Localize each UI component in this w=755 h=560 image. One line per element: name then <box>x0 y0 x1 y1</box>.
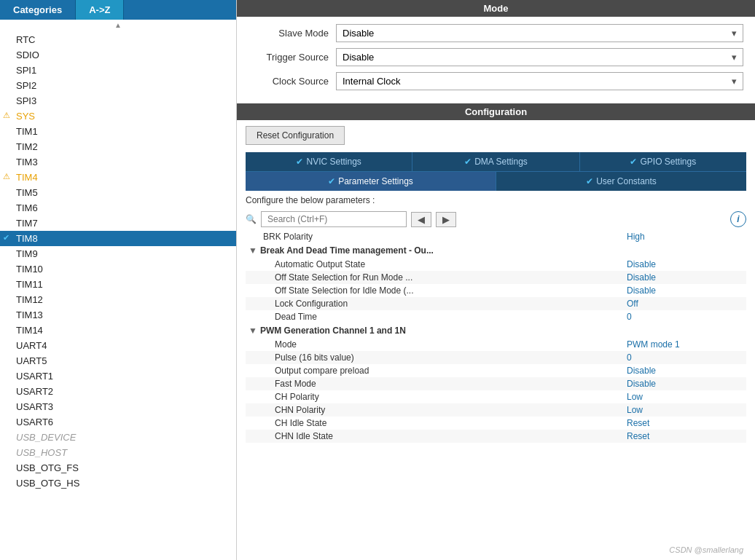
next-nav-button[interactable]: ▶ <box>436 212 456 227</box>
sidebar-item[interactable]: TIM1 <box>0 124 236 139</box>
slave-mode-select[interactable]: Disable ▾ <box>336 24 743 42</box>
group-arrow-icon: ▼ <box>249 245 257 256</box>
param-value: Reset <box>627 418 743 428</box>
sidebar-item[interactable]: TIM13 <box>0 307 236 323</box>
sidebar-item[interactable]: UART4 <box>0 338 236 353</box>
param-value: Off <box>627 299 743 309</box>
param-value: Low <box>627 405 743 415</box>
slave-mode-value: Disable <box>343 28 374 39</box>
clock-source-row: Clock Source Internal Clock ▾ <box>249 72 743 90</box>
sidebar-item[interactable]: USB_OTG_FS <box>0 460 236 476</box>
param-name: Automatic Output State <box>249 259 627 269</box>
param-name: Off State Selection for Idle Mode (... <box>249 285 627 296</box>
config-section: Configuration Reset Configuration ✔NVIC … <box>237 103 755 560</box>
param-name: CHN Idle State <box>249 431 627 441</box>
search-input[interactable] <box>261 211 407 227</box>
sidebar-item[interactable]: USART1 <box>0 368 236 384</box>
param-group[interactable]: ▼Break And Dead Time management - Ou... <box>246 243 746 258</box>
tab-item[interactable]: ✔NVIC Settings <box>246 152 412 171</box>
tabs-row1: ✔NVIC Settings✔DMA Settings✔GPIO Setting… <box>246 152 746 171</box>
param-name: CH Polarity <box>249 392 627 402</box>
param-name: BRK Polarity <box>249 232 627 242</box>
sidebar-item[interactable]: USB_OTG_HS <box>0 476 236 491</box>
sidebar-item[interactable]: SPI2 <box>0 78 236 93</box>
sidebar-item[interactable]: USART6 <box>0 414 236 430</box>
param-row: CHN Idle StateReset <box>246 430 746 443</box>
reset-config-button[interactable]: Reset Configuration <box>246 126 345 145</box>
trigger-source-value: Disable <box>343 52 374 63</box>
param-name: Output compare preload <box>249 366 627 376</box>
sidebar-item[interactable]: TIM11 <box>0 277 236 292</box>
sidebar-item[interactable]: SDIO <box>0 47 236 63</box>
trigger-source-arrow: ▾ <box>732 52 737 63</box>
param-row: Off State Selection for Run Mode ...Disa… <box>246 271 746 284</box>
sidebar-item[interactable]: USART3 <box>0 399 236 414</box>
tabs-row2: ✔Parameter Settings✔User Constants <box>246 171 746 191</box>
sidebar-tabs: Categories A->Z <box>0 0 236 20</box>
clock-source-label: Clock Source <box>249 76 336 87</box>
sidebar-item[interactable]: RTC <box>0 32 236 47</box>
param-row: BRK PolarityHigh <box>246 230 746 243</box>
sidebar-item[interactable]: TIM9 <box>0 246 236 261</box>
sidebar-item[interactable]: SPI1 <box>0 63 236 78</box>
param-value: Disable <box>627 379 743 389</box>
tab-item[interactable]: ✔User Constants <box>496 172 746 191</box>
tab-item[interactable]: ✔DMA Settings <box>412 152 579 171</box>
tab-az[interactable]: A->Z <box>76 0 124 20</box>
tab-check-icon: ✔ <box>464 157 472 167</box>
param-value: Disable <box>627 285 743 296</box>
prev-nav-button[interactable]: ◀ <box>411 212 431 227</box>
param-name: CHN Polarity <box>249 405 627 415</box>
sidebar-item[interactable]: SYS <box>0 109 236 124</box>
group-label: PWM Generation Channel 1 and 1N <box>260 326 406 336</box>
sidebar-item[interactable]: TIM14 <box>0 323 236 338</box>
tab-item[interactable]: ✔Parameter Settings <box>246 172 496 191</box>
search-row: 🔍 ◀ ▶ i <box>246 208 746 230</box>
sidebar-item[interactable]: TIM4 <box>0 170 236 185</box>
param-name: Pulse (16 bits value) <box>249 352 627 363</box>
tab-categories[interactable]: Categories <box>0 0 76 20</box>
search-icon: 🔍 <box>246 214 257 224</box>
param-row: Pulse (16 bits value)0 <box>246 351 746 364</box>
param-value: Reset <box>627 431 743 441</box>
sidebar-item[interactable]: TIM12 <box>0 292 236 307</box>
tab-item[interactable]: ✔GPIO Settings <box>580 152 746 171</box>
sidebar-item[interactable]: USART2 <box>0 384 236 399</box>
sidebar-item[interactable]: TIM6 <box>0 200 236 216</box>
tab-check-icon: ✔ <box>328 176 335 186</box>
sidebar-item[interactable]: USB_DEVICE <box>0 430 236 445</box>
params-container: BRK PolarityHigh▼Break And Dead Time man… <box>246 230 746 554</box>
param-row: CH PolarityLow <box>246 390 746 403</box>
param-group[interactable]: ▼PWM Generation Channel 1 and 1N <box>246 323 746 338</box>
param-value: Disable <box>627 366 743 376</box>
clock-source-value: Internal Clock <box>343 76 400 87</box>
clock-source-select[interactable]: Internal Clock ▾ <box>336 72 743 90</box>
sidebar-item[interactable]: TIM5 <box>0 185 236 200</box>
slave-mode-label: Slave Mode <box>249 28 336 39</box>
param-value: High <box>627 232 743 242</box>
sidebar-item[interactable]: TIM7 <box>0 216 236 231</box>
param-name: Fast Mode <box>249 379 627 389</box>
group-label: Break And Dead Time management - Ou... <box>260 245 434 256</box>
trigger-source-label: Trigger Source <box>249 52 336 63</box>
sidebar-item[interactable]: USB_HOST <box>0 445 236 460</box>
param-row: Fast ModeDisable <box>246 377 746 390</box>
sidebar-item[interactable]: TIM8 <box>0 231 236 246</box>
sidebar-item[interactable]: UART5 <box>0 353 236 368</box>
param-row: CHN PolarityLow <box>246 403 746 417</box>
slave-mode-arrow: ▾ <box>732 28 737 39</box>
sidebar-item[interactable]: TIM2 <box>0 139 236 154</box>
config-body: Reset Configuration ✔NVIC Settings✔DMA S… <box>237 120 755 560</box>
info-button[interactable]: i <box>730 211 746 227</box>
main-panel: Mode Slave Mode Disable ▾ Trigger Source… <box>237 0 755 560</box>
param-row: Dead Time0 <box>246 310 746 323</box>
tab-check-icon: ✔ <box>630 157 637 167</box>
param-row: Off State Selection for Idle Mode (...Di… <box>246 284 746 297</box>
sidebar-item[interactable]: SPI3 <box>0 93 236 109</box>
sidebar: Categories A->Z ▲ RTCSDIOSPI1SPI2SPI3SYS… <box>0 0 237 560</box>
sidebar-item[interactable]: TIM3 <box>0 154 236 170</box>
param-name: Lock Configuration <box>249 299 627 309</box>
sidebar-item[interactable]: TIM10 <box>0 261 236 277</box>
param-row: CH Idle StateReset <box>246 417 746 430</box>
trigger-source-select[interactable]: Disable ▾ <box>336 48 743 66</box>
